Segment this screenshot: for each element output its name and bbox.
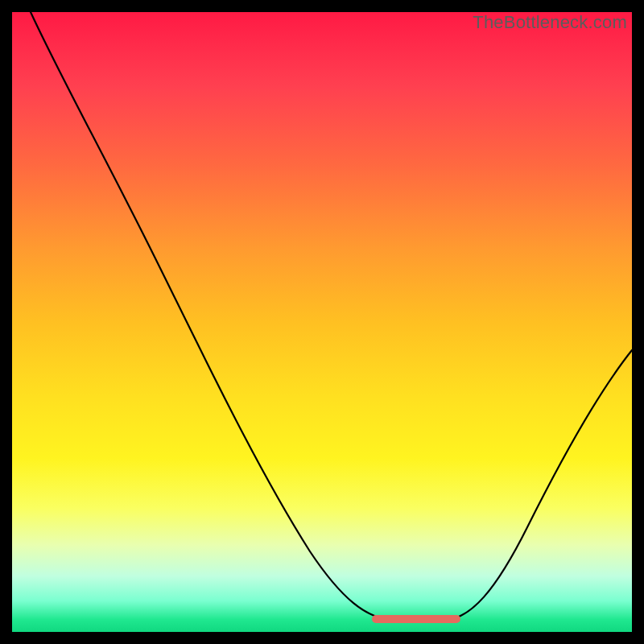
plot-area: TheBottleneck.com [12,12,632,632]
chart-container: TheBottleneck.com [0,0,644,644]
bottleneck-curve [31,12,632,620]
chart-svg [12,12,632,632]
